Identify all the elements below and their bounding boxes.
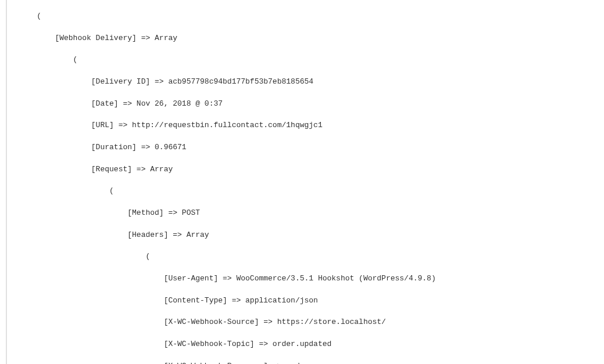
log-line: [X-WC-Webhook-Source] => https://store.l… (7, 317, 604, 328)
log-line: [Date] => Nov 26, 2018 @ 0:37 (7, 99, 604, 110)
log-line: ( (7, 11, 604, 22)
log-line: [URL] => http://requestbin.fullcontact.c… (7, 120, 604, 131)
log-line: [Webhook Delivery] => Array (7, 33, 604, 44)
log-line: [User-Agent] => WooCommerce/3.5.1 Hooksh… (7, 273, 604, 284)
log-line: [Delivery ID] => acb957798c94bd177bf53b7… (7, 77, 604, 88)
log-line: ( (7, 55, 604, 66)
log-line: [Request] => Array (7, 164, 604, 175)
log-line: ( (7, 251, 604, 262)
log-line: [Duration] => 0.96671 (7, 142, 604, 153)
log-line: [X-WC-Webhook-Topic] => order.updated (7, 339, 604, 350)
log-line: [X-WC-Webhook-Resource] => order (7, 361, 604, 364)
log-output: ( [Webhook Delivery] => Array ( [Deliver… (6, 0, 604, 364)
log-line: [Method] => POST (7, 208, 604, 219)
log-line: [Headers] => Array (7, 230, 604, 241)
log-line: [Content-Type] => application/json (7, 295, 604, 307)
log-line: ( (7, 186, 604, 197)
